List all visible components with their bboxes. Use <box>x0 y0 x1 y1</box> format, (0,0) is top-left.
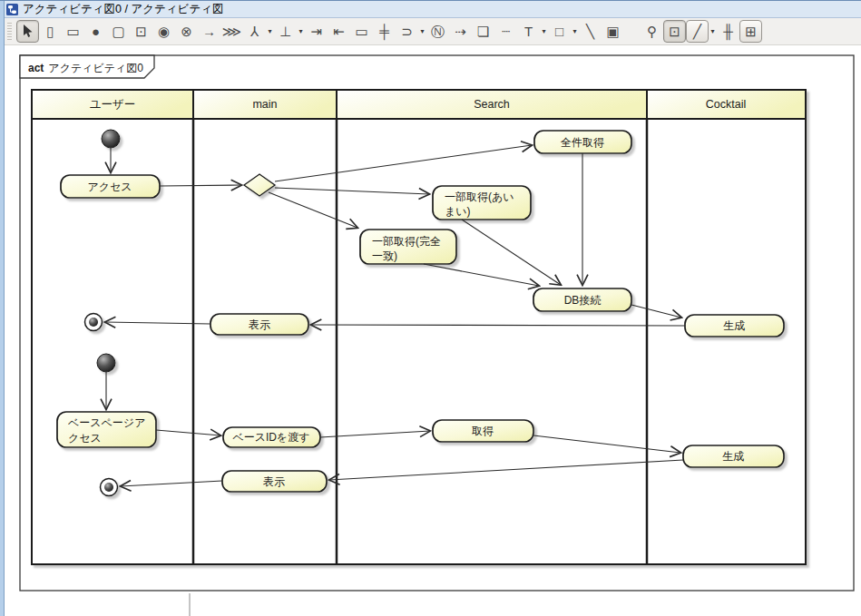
alignment-button[interactable]: ⊞ <box>739 20 762 43</box>
rect-tool-button[interactable]: □ <box>548 21 571 42</box>
line-style-dropdown-icon[interactable]: ▾ <box>709 21 717 42</box>
lane-label-search: Search <box>474 98 510 111</box>
lane-label-user: ユーザー <box>90 98 136 111</box>
label-get-partial-exact-line2: 一致) <box>372 249 397 262</box>
activity-parameter-node-button[interactable]: Ⓝ <box>426 21 449 42</box>
image-tool-button[interactable]: ▣ <box>602 21 624 42</box>
accept-event-action-button[interactable]: ⇥ <box>305 21 328 42</box>
activity-diagram: actアクティビティ図0 <box>0 45 861 616</box>
label-display-2: 表示 <box>263 475 285 488</box>
signal-button[interactable]: ⊃ <box>396 21 418 42</box>
label-generate-2: 生成 <box>722 450 744 463</box>
label-access: アクセス <box>87 181 132 193</box>
join-node-button[interactable]: ⊥ <box>274 21 297 42</box>
diagram-titlebar: アクティビティ図0 / アクティビティ図 <box>0 1 861 18</box>
pin-button[interactable]: ╪ <box>373 21 396 42</box>
text-tool-button[interactable]: T <box>517 21 540 42</box>
signal-dropdown-icon[interactable]: ▾ <box>418 21 426 42</box>
object-node-button[interactable]: ▭ <box>350 21 373 42</box>
initial-node-1[interactable] <box>102 130 120 148</box>
final-node-1-core <box>89 318 98 327</box>
label-base-page-access-line2: クセス <box>68 432 102 445</box>
diagram-title: アクティビティ図0 / アクティビティ図 <box>23 2 223 17</box>
dependency-button[interactable]: ⇢ <box>449 21 472 42</box>
toolbar-grip[interactable] <box>7 23 12 41</box>
lane-label-main: main <box>252 98 277 111</box>
partition-horizontal-button[interactable]: ▭ <box>62 21 84 42</box>
label-pass-base-id: ベースIDを渡す <box>232 431 309 444</box>
label-get-all: 全件取得 <box>561 136 604 149</box>
label-base-page-access-line1: ベースページア <box>68 416 145 429</box>
distribute-button[interactable]: ╫ <box>717 21 739 42</box>
label-get-partial-fuzzy-line2: まい) <box>445 205 471 218</box>
label-get: 取得 <box>472 425 494 437</box>
fork-node-button[interactable]: ⅄ <box>243 21 266 42</box>
window-left-border <box>0 1 5 616</box>
app-window: アクティビティ図0 / アクティビティ図 ▯ ▭ ● ▢ ⊡ ◉ ⊗ → ⋙ ⅄… <box>0 0 861 616</box>
flow-final-node-button[interactable]: ⊗ <box>175 21 198 42</box>
control-flow-button[interactable]: → <box>198 21 220 42</box>
lane-label-cocktail: Cocktail <box>706 98 746 111</box>
text-tool-dropdown-icon[interactable]: ▾ <box>540 21 548 42</box>
call-behavior-action-button[interactable]: ⊡ <box>130 21 152 42</box>
label-get-partial-fuzzy-line1: 一部取得(あい <box>445 191 514 203</box>
label-generate-1: 生成 <box>723 319 745 332</box>
initial-node-2[interactable] <box>97 354 115 372</box>
diagram-canvas[interactable]: actアクティビティ図0 <box>0 45 861 616</box>
cursor-arrow-icon <box>23 24 34 38</box>
constraint-link-button[interactable]: ┈ <box>494 21 517 42</box>
line-tool-button[interactable]: ╲ <box>579 21 602 42</box>
rect-tool-dropdown-icon[interactable]: ▾ <box>571 21 579 42</box>
label-display-1: 表示 <box>249 318 270 331</box>
select-tool-button[interactable] <box>16 20 39 43</box>
note-button[interactable]: ❏ <box>472 21 494 42</box>
partition-vertical-button[interactable]: ▯ <box>39 21 62 42</box>
activity-diagram-icon <box>6 4 18 15</box>
action-node-button[interactable]: ▢ <box>107 21 130 42</box>
label-get-partial-exact-line1: 一部取得(完全 <box>372 235 441 248</box>
pushpin-tool-button[interactable]: ⚲ <box>641 21 663 42</box>
decision-merge-node-button[interactable]: ⋙ <box>220 21 243 42</box>
final-node-2-core <box>104 483 113 492</box>
label-db-connect: DB接続 <box>564 294 602 307</box>
activity-final-node-button[interactable]: ◉ <box>152 21 175 42</box>
diagram-toolbar: ▯ ▭ ● ▢ ⊡ ◉ ⊗ → ⋙ ⅄ ▾ ⊥ ▾ ⇥ ⇤ ▭ ╪ ⊃ ▾ Ⓝ … <box>0 18 861 45</box>
fork-node-dropdown-icon[interactable]: ▾ <box>266 21 274 42</box>
grid-toggle-button[interactable]: ⊡ <box>663 20 686 43</box>
initial-node-button[interactable]: ● <box>84 21 107 42</box>
line-style-button[interactable]: ╱ <box>686 20 709 43</box>
join-node-dropdown-icon[interactable]: ▾ <box>297 21 305 42</box>
send-signal-action-button[interactable]: ⇤ <box>328 21 350 42</box>
